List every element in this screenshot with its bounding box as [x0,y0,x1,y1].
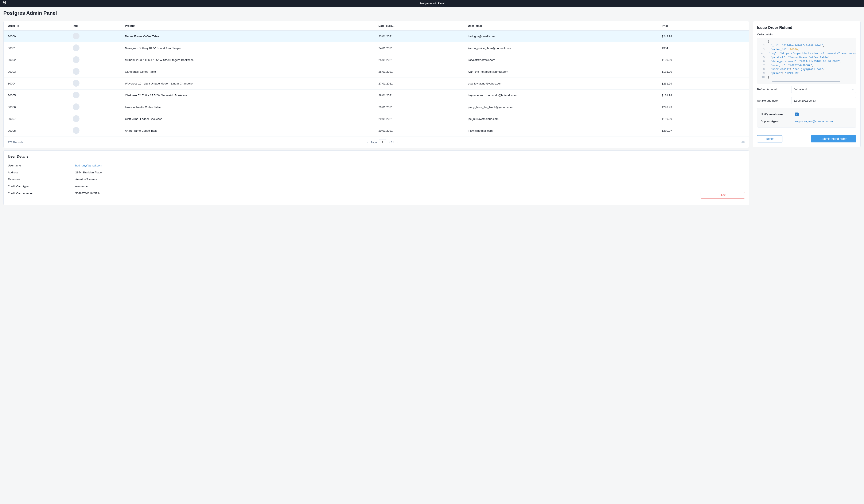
cell-order-id: 30006 [3,101,71,113]
refund-amount-select[interactable]: Full refund ⌄ [791,86,856,93]
cell-price: $334 [660,42,749,54]
notify-warehouse-checkbox[interactable]: ✓ [795,112,799,116]
cell-product: Isakson Trestle Coffee Table [123,101,376,113]
svg-point-3 [4,3,5,3]
pager: 273 Records ‹ Page of 31 › [3,137,749,148]
logo-icon [2,1,8,6]
table-row[interactable]: 30005Clarklake 62.6" H x 27.5" W Geometr… [3,89,749,101]
cell-date: 29/01/2021 [376,113,466,125]
cell-img [71,78,123,89]
download-icon[interactable] [741,140,745,145]
table-row[interactable]: 30006Isakson Trestle Coffee Table29/01/2… [3,101,749,113]
cell-order-id: 30000 [3,30,71,42]
ud-username-value[interactable]: bad_guy@gmail.com [75,164,102,167]
th-date[interactable]: Date_purc… [376,21,466,30]
cell-product: Ahart Frame Coffee Table [123,125,376,137]
table-row[interactable]: 30003Campanelli Coffee Table26/01/2021ry… [3,66,749,78]
page-prev-icon[interactable]: ‹ [366,141,369,144]
cell-product: Waycross 10 - Light Unique Modern Linear… [123,78,376,89]
ud-timezone-label: Timezone [8,178,75,181]
refund-amount-label: Refund Amount [757,88,789,91]
cell-product: Ciotti Alinru Ladder Bookcase [123,113,376,125]
refund-subcard: Notify warehouse ✓ Support Agent support… [757,108,856,128]
page-next-icon[interactable]: › [396,141,398,144]
cell-img [71,30,123,42]
th-order-id[interactable]: Order_id [3,21,71,30]
ud-cctype-value: mastercard [75,185,745,188]
table-row[interactable]: 30002Millbank 26.38" H X 47.25" W Steel … [3,54,749,66]
cell-price: $299.99 [660,101,749,113]
product-thumb [73,115,80,122]
th-img[interactable]: Img [71,21,123,30]
table-row[interactable]: 30007Ciotti Alinru Ladder Bookcase29/01/… [3,113,749,125]
refund-title: Issue Order Refund [757,25,856,30]
table-row[interactable]: 30001Novogratz Brittany 81.5" Round Arm … [3,42,749,54]
product-thumb [73,33,80,39]
hide-button[interactable]: Hide [700,192,745,198]
cell-email: joe_burrow@icloud.com [466,113,660,125]
cell-product: Renna Frame Coffee Table [123,30,376,42]
cell-date: 20/01/2021 [376,125,466,137]
cell-price: $231.99 [660,78,749,89]
cell-email: katycat@hotmail.com [466,54,660,66]
topbar: Postgres Admin Panel [0,0,864,7]
notify-warehouse-label: Notify warehouse [761,113,792,116]
horizontal-scrollbar[interactable] [772,81,840,82]
cell-product: Novogratz Brittany 81.5" Round Arm Sleep… [123,42,376,54]
cell-date: 27/01/2021 [376,78,466,89]
cell-date: 25/01/2021 [376,54,466,66]
cell-order-id: 30003 [3,66,71,78]
submit-refund-button[interactable]: Submit refund order [811,135,856,143]
cell-order-id: 30005 [3,89,71,101]
cell-img [71,54,123,66]
order-details-label: Order details [757,33,856,36]
refund-card: Issue Order Refund Order details ▾1{2 "_… [753,21,861,147]
table-row[interactable]: 30004Waycross 10 - Light Unique Modern L… [3,78,749,89]
cell-date: 26/01/2021 [376,66,466,78]
cell-date: 23/01/2021 [376,30,466,42]
cell-price: $249.99 [660,30,749,42]
user-details-card: User Details Username bad_guy@gmail.com … [3,150,749,205]
cell-price: $131.99 [660,89,749,101]
refund-date-input[interactable]: 12/05/2022 08:33 [791,97,856,104]
cell-order-id: 30004 [3,78,71,89]
cell-date: 24/01/2021 [376,42,466,54]
cell-order-id: 30001 [3,42,71,54]
table-row[interactable]: 30000Renna Frame Coffee Table23/01/2021b… [3,30,749,42]
ud-ccnum-value: 5048378061845734 [75,192,700,198]
svg-point-4 [5,3,5,3]
reset-button[interactable]: Reset [757,135,782,143]
page-title: Postgres Admin Panel [3,10,861,16]
refund-date-label: Set Refund date [757,99,789,102]
product-thumb [73,127,80,134]
th-price[interactable]: Price [660,21,749,30]
cell-price: $199.99 [660,54,749,66]
table-row[interactable]: 30008Ahart Frame Coffee Table20/01/2021j… [3,125,749,137]
order-details-json: ▾1{2 "_id": "627d0e48d108fc9a389c08e1",3… [757,38,856,84]
orders-table: Order_id Img Product Date_purc… User_ema… [3,21,749,137]
cell-img [71,66,123,78]
cell-email: dua_levitating@yahoo.com [466,78,660,89]
support-agent-value[interactable]: support-agent@company.com [795,120,833,123]
page-input[interactable] [379,139,386,145]
refund-date-value: 12/05/2022 08:33 [794,99,816,102]
cell-price: $181.99 [660,66,749,78]
orders-table-card: Order_id Img Product Date_purc… User_ema… [3,21,749,148]
product-thumb [73,92,80,98]
product-thumb [73,45,80,51]
cell-img [71,42,123,54]
cell-img [71,101,123,113]
ud-timezone-value: America/Panama [75,178,745,181]
cell-email: j_law@hotmail.com [466,125,660,137]
cell-order-id: 30002 [3,54,71,66]
user-details-title: User Details [8,155,745,159]
cell-img [71,89,123,101]
th-product[interactable]: Product [123,21,376,30]
product-thumb [73,80,80,87]
th-email[interactable]: User_email [466,21,660,30]
cell-img [71,125,123,137]
ud-address-label: Address [8,171,75,174]
cell-email: beyonce_run_the_world@hotmail.com [466,89,660,101]
page-label: Page [370,141,377,144]
cell-email: bad_guy@gmail.com [466,30,660,42]
